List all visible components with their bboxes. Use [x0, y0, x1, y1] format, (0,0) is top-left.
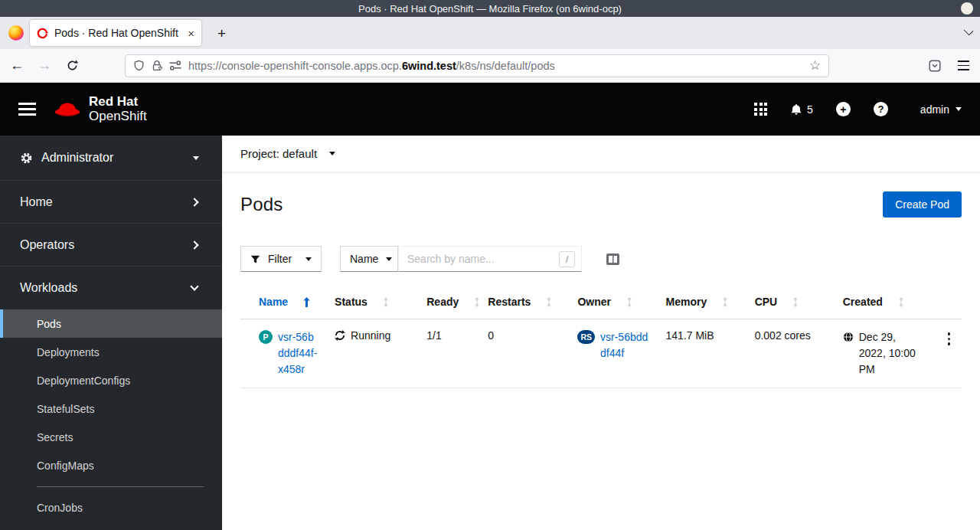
project-caret-down-icon[interactable]	[329, 152, 335, 155]
search-attribute-dropdown[interactable]: Name	[340, 246, 398, 272]
column-header-owner[interactable]: Owner	[565, 290, 653, 319]
url-bar[interactable]: https://console-openshift-console.apps.o…	[125, 54, 829, 77]
filter-dropdown[interactable]: Filter	[240, 246, 322, 272]
pod-created-cell: Dec 29, 2022, 10:00 PM	[843, 329, 924, 378]
column-label: Owner	[577, 296, 611, 308]
app-launcher-icon[interactable]	[754, 103, 767, 116]
sidebar-item-secrets[interactable]: Secrets	[0, 423, 222, 451]
app-body: Administrator Home Operators Workloads P…	[0, 136, 980, 530]
project-bar: Project: default	[222, 136, 980, 172]
pod-ready: 1/1	[426, 329, 441, 342]
globe-timestamp-icon	[843, 332, 854, 342]
filter-funnel-icon	[250, 254, 260, 264]
openshift-favicon-icon	[37, 28, 48, 39]
pod-cpu: 0.002 cores	[755, 329, 811, 342]
window-control-icon[interactable]	[961, 2, 973, 15]
page-title: Pods	[240, 194, 283, 215]
browser-tab[interactable]: Pods · Red Hat OpenShift ×	[30, 20, 201, 46]
reload-icon	[67, 60, 78, 71]
column-header-name[interactable]: Name	[240, 290, 322, 319]
sidebar-item-configmaps[interactable]: ConfigMaps	[0, 451, 222, 479]
sidebar-subitem-label: StatefulSets	[37, 403, 95, 415]
chevron-down-icon	[190, 282, 198, 290]
url-text[interactable]: https://console-openshift-console.apps.o…	[188, 60, 555, 72]
red-hat-fedora-icon	[53, 99, 82, 119]
new-tab-button[interactable]: +	[212, 24, 231, 43]
sidebar-item-statefulsets[interactable]: StatefulSets	[0, 394, 222, 423]
sidebar-item-home[interactable]: Home	[0, 181, 222, 224]
chevron-right-icon	[190, 240, 198, 249]
table-header-row: Name Status Ready	[240, 290, 962, 319]
perspective-label: Administrator	[41, 151, 185, 165]
tracking-protection-shield-icon[interactable]	[133, 60, 145, 71]
list-all-tabs-icon[interactable]	[964, 26, 974, 36]
perspective-switcher[interactable]: Administrator	[0, 136, 222, 181]
column-header-ready[interactable]: Ready	[414, 290, 475, 319]
user-menu[interactable]: admin	[920, 103, 962, 116]
username: admin	[920, 103, 949, 116]
pods-table: Name Status Ready	[240, 290, 962, 388]
import-yaml-button[interactable]: +	[836, 102, 851, 116]
perspective-caret-down-icon	[193, 156, 199, 160]
search-input[interactable]	[407, 253, 559, 265]
chevron-right-icon	[190, 198, 198, 206]
sidebar-item-cronjobs[interactable]: CronJobs	[0, 493, 222, 522]
sidebar-subitem-label: DeploymentConfigs	[37, 375, 130, 387]
sidebar-item-deploymentconfigs[interactable]: DeploymentConfigs	[0, 366, 222, 394]
sidebar-section-label: Home	[20, 195, 53, 209]
page-header: Pods Create Pod	[240, 191, 962, 218]
sidebar: Administrator Home Operators Workloads P…	[0, 136, 222, 530]
project-selector[interactable]: Project: default	[240, 147, 317, 160]
column-header-memory[interactable]: Memory	[654, 290, 743, 319]
column-header-created[interactable]: Created	[831, 290, 929, 319]
owner-link[interactable]: vsr-56bdddf44f	[600, 329, 649, 362]
filter-caret-down-icon	[305, 257, 312, 261]
tab-close-icon[interactable]: ×	[188, 27, 194, 40]
sidebar-item-workloads[interactable]: Workloads	[0, 267, 222, 309]
column-header-status[interactable]: Status	[322, 290, 414, 319]
pod-restarts: 0	[488, 329, 494, 342]
sidebar-section-label: Operators	[20, 238, 74, 252]
nav-bar-right	[929, 60, 969, 72]
pocket-icon[interactable]	[929, 60, 941, 72]
sidebar-item-operators[interactable]: Operators	[0, 224, 222, 267]
forward-button[interactable]: →	[34, 55, 55, 77]
notification-bell[interactable]: 5	[790, 103, 813, 116]
row-kebab-menu-icon[interactable]	[941, 329, 957, 345]
sidebar-subitem-label: Secrets	[37, 431, 73, 443]
cogs-icon	[20, 152, 33, 165]
keyboard-shortcut-badge: /	[559, 251, 575, 267]
search-box: /	[398, 246, 582, 272]
browser-tab-bar: Pods · Red Hat OpenShift × +	[0, 17, 980, 49]
brand-line1: Red Hat	[89, 95, 147, 109]
column-label: Memory	[666, 296, 707, 308]
page-content: Pods Create Pod Filter Name /	[222, 172, 980, 388]
permissions-icon[interactable]	[169, 61, 181, 70]
manage-columns-button[interactable]	[606, 254, 619, 267]
sort-ascending-icon	[303, 297, 310, 309]
sort-icon	[626, 297, 632, 309]
back-button[interactable]: ←	[6, 55, 28, 77]
firefox-menu-icon[interactable]	[958, 61, 969, 70]
connection-lock-icon[interactable]	[152, 60, 162, 71]
help-button[interactable]: ?	[874, 102, 888, 116]
sidebar-item-deployments[interactable]: Deployments	[0, 338, 222, 366]
window-title: Pods · Red Hat OpenShift — Mozilla Firef…	[358, 3, 622, 15]
pod-link[interactable]: vsr-56bdddf44f-x458r	[278, 329, 318, 378]
tab-title: Pods · Red Hat OpenShift	[54, 27, 178, 39]
sort-icon	[546, 297, 552, 309]
sidebar-subitem-label: ConfigMaps	[37, 460, 94, 472]
sidebar-subitem-label: Deployments	[37, 346, 100, 358]
reload-button[interactable]	[61, 55, 83, 77]
firefox-icon[interactable]	[8, 25, 24, 41]
url-domain: 6wind.test	[402, 60, 456, 72]
sidebar-item-pods[interactable]: Pods	[0, 309, 222, 338]
column-header-restarts[interactable]: Restarts	[475, 290, 565, 319]
columns-icon	[606, 254, 619, 265]
create-pod-button[interactable]: Create Pod	[883, 191, 962, 218]
column-header-cpu[interactable]: CPU	[743, 290, 831, 319]
pod-status: Running	[351, 329, 390, 342]
nav-toggle-icon[interactable]	[18, 103, 36, 116]
openshift-masthead: Red Hat OpenShift 5 + ? admin	[0, 83, 980, 136]
bookmark-star-icon[interactable]: ☆	[809, 57, 821, 74]
